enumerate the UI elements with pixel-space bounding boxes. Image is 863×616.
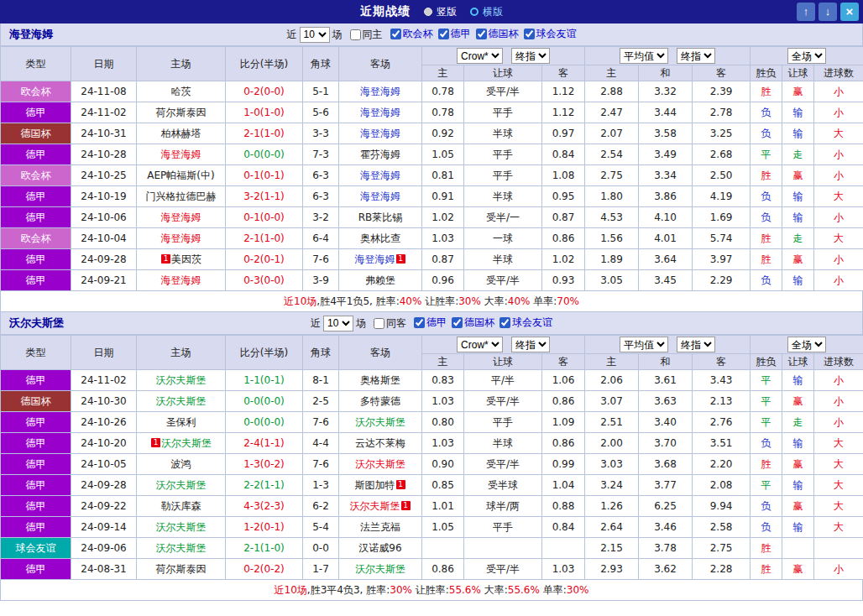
match-row: 德甲24-09-14沃尔夫斯堡1-2(0-1)5-4法兰克福1.05平手0.84… (1, 517, 863, 538)
same-venue-checkbox[interactable] (374, 318, 384, 329)
close-button[interactable]: × (840, 3, 859, 21)
average-time-select[interactable]: 终指 (677, 48, 715, 64)
away-team[interactable]: 海登海姆 (360, 128, 400, 139)
league-filter-item[interactable]: 德甲 (433, 27, 471, 41)
home-team[interactable]: 海登海姆 (161, 149, 201, 160)
odds-h-home: 0.85 (422, 475, 464, 496)
away-team[interactable]: 海登海姆 (360, 170, 400, 181)
away-team[interactable]: 海登海姆 (360, 191, 400, 202)
match-score: 4-3(2-3) (226, 496, 303, 517)
home-team[interactable]: 荷尔斯泰因 (156, 563, 207, 575)
layout-radio-horizontal[interactable]: 横版 (470, 5, 503, 19)
away-team-cell: 汉诺威96 (339, 538, 422, 559)
match-score: 0-2(0-2) (226, 559, 303, 580)
home-team[interactable]: 圣保利 (166, 416, 196, 428)
home-team[interactable]: 波鸿 (171, 458, 191, 470)
home-team[interactable]: 柏林赫塔 (161, 128, 201, 139)
home-team[interactable]: 海登海姆 (161, 274, 201, 286)
away-team[interactable]: 海登海姆 (360, 86, 400, 97)
away-team[interactable]: 海登海姆 (355, 253, 395, 265)
odds-h-line: 球半/两 (464, 496, 542, 517)
home-team[interactable]: 海登海姆 (161, 232, 201, 244)
bookmaker-time-select[interactable]: 终指 (511, 337, 550, 352)
league-filter-item[interactable]: 德国杯 (471, 27, 519, 41)
home-team[interactable]: 美因茨 (171, 253, 201, 265)
odds-h-away: 1.12 (542, 81, 585, 102)
scroll-down-button[interactable]: ↓ (819, 3, 837, 21)
home-team[interactable]: 沃尔夫斯堡 (156, 521, 207, 533)
away-team[interactable]: 斯图加特 (355, 479, 395, 491)
league-filter-checkbox[interactable] (438, 29, 449, 39)
odds-e-home: 1.80 (585, 186, 639, 207)
same-venue-checkbox[interactable] (350, 29, 361, 40)
away-team[interactable]: RB莱比锡 (358, 211, 403, 223)
away-team[interactable]: 奥林比查 (360, 232, 400, 244)
match-score: 0-0(0-0) (226, 144, 303, 165)
league-filter-checkbox[interactable] (452, 317, 463, 328)
league-filter-item[interactable]: 德国杯 (447, 316, 494, 330)
match-type: 德甲 (1, 496, 71, 517)
league-filter-item[interactable]: 欧会杯 (385, 27, 433, 41)
league-filter-checkbox[interactable] (476, 29, 487, 39)
same-venue-checkbox-wrap[interactable]: 同主 (345, 28, 383, 42)
average-select[interactable]: 平均值 (620, 337, 668, 352)
bookmaker-select[interactable]: Crow* (457, 337, 503, 352)
fulltime-select[interactable]: 全场 (787, 48, 826, 64)
average-select[interactable]: 平均值 (620, 48, 668, 64)
home-team[interactable]: 哈茨 (171, 86, 191, 97)
home-team[interactable]: 沃尔夫斯堡 (156, 395, 207, 407)
bookmaker-select[interactable]: Crow* (457, 48, 503, 64)
match-type: 球会友谊 (1, 538, 71, 559)
away-team[interactable]: 沃尔夫斯堡 (355, 416, 405, 428)
odds-e-draw: 4.10 (639, 207, 693, 228)
same-venue-checkbox-wrap[interactable]: 同客 (369, 316, 406, 331)
away-team[interactable]: 法兰克福 (360, 521, 400, 533)
league-filter-checkbox[interactable] (524, 29, 535, 39)
team-section-wolfsburg: 沃尔夫斯堡 近 10 场 同客 德甲德国杯球会友谊 (0, 312, 863, 601)
home-team[interactable]: 海登海姆 (161, 211, 201, 223)
match-row: 德甲24-10-06海登海姆0-1(0-0)3-2RB莱比锡1.02受半/一0.… (1, 207, 863, 228)
home-team[interactable]: 荷尔斯泰因 (156, 107, 207, 118)
odds-h-away: 0.86 (542, 391, 585, 412)
league-filter-checkbox[interactable] (499, 317, 510, 328)
away-team[interactable]: 霍芬海姆 (360, 149, 400, 160)
fulltime-select[interactable]: 全场 (787, 337, 826, 352)
match-type: 德甲 (1, 186, 71, 207)
home-team[interactable]: 勒沃库森 (161, 500, 201, 512)
away-team[interactable]: 汉诺威96 (358, 542, 401, 554)
recent-count-select[interactable]: 10 (300, 27, 330, 43)
home-team[interactable]: 沃尔夫斯堡 (156, 479, 207, 491)
away-team[interactable]: 沃尔夫斯堡 (350, 500, 400, 512)
odds-e-away: 3.25 (693, 123, 751, 144)
g-result: 小 (814, 412, 863, 433)
league-filter-item[interactable]: 球会友谊 (519, 27, 577, 41)
home-team[interactable]: AEP帕福斯(中) (147, 170, 214, 181)
bookmaker-time-select[interactable]: 终指 (511, 48, 550, 64)
league-filter-checkbox[interactable] (414, 317, 425, 328)
home-team[interactable]: 沃尔夫斯堡 (156, 542, 207, 554)
away-team[interactable]: 沃尔夫斯堡 (355, 458, 405, 470)
away-team[interactable]: 海登海姆 (360, 107, 400, 118)
away-team[interactable]: 奥格斯堡 (360, 374, 400, 386)
subcol-handicap-line: 让球 (464, 354, 542, 370)
away-team[interactable]: 多特蒙德 (360, 395, 400, 407)
scroll-up-button[interactable]: ↑ (797, 3, 815, 21)
home-team[interactable]: 沃尔夫斯堡 (161, 437, 212, 449)
match-date: 24-10-19 (71, 186, 137, 207)
g-result: 大 (814, 496, 863, 517)
league-filter-checkbox[interactable] (390, 29, 401, 39)
away-team[interactable]: 云达不莱梅 (355, 437, 405, 449)
league-filter-item[interactable]: 德甲 (409, 316, 447, 330)
away-team[interactable]: 弗赖堡 (365, 274, 395, 286)
odds-h-away: 1.09 (542, 412, 585, 433)
league-filter-item[interactable]: 球会友谊 (494, 316, 552, 330)
away-team[interactable]: 沃尔夫斯堡 (355, 563, 405, 575)
recent-count-select[interactable]: 10 (323, 316, 353, 331)
match-type: 德甲 (1, 475, 71, 496)
home-team[interactable]: 门兴格拉德巴赫 (146, 191, 217, 202)
away-team-cell: 海登海姆 (339, 102, 422, 123)
home-team[interactable]: 沃尔夫斯堡 (156, 374, 207, 386)
odds-h-home: 1.03 (422, 228, 464, 249)
average-time-select[interactable]: 终指 (677, 337, 715, 352)
layout-radio-vertical[interactable]: 竖版 (424, 5, 457, 19)
